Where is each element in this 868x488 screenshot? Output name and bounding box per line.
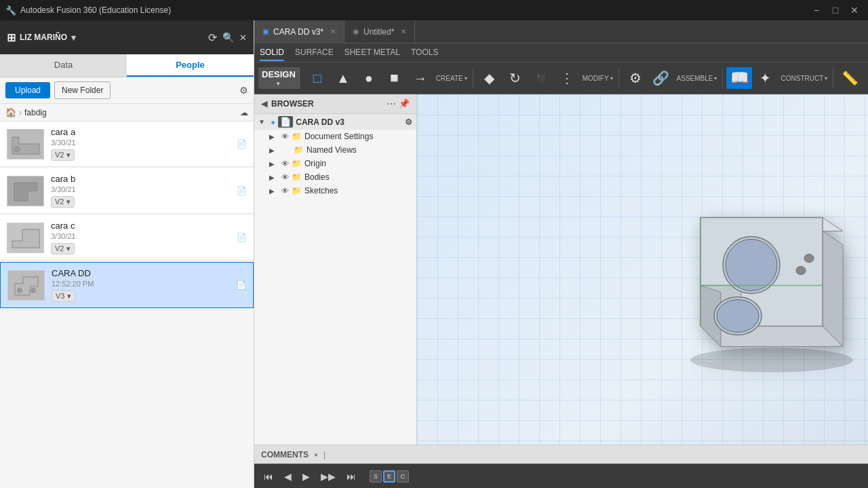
timeline-prev-button[interactable]: ◀ — [281, 470, 294, 483]
create-sketch-button[interactable]: □ — [304, 68, 330, 88]
browser-header: ◀ BROWSER ⋯ 📌 — [254, 94, 416, 114]
stb-tab-surface[interactable]: SURFACE — [295, 45, 334, 61]
minimize-button[interactable]: − — [808, 3, 825, 17]
construct-plane-button[interactable]: 📖 — [726, 67, 752, 89]
create-label[interactable]: CREATE ▾ — [436, 75, 467, 82]
create-solid-button[interactable]: ▲ — [330, 68, 356, 88]
browser-item-sketches[interactable]: ▶ 👁 📁 Sketches — [254, 184, 416, 198]
timeline-item-sketch[interactable]: S — [370, 470, 382, 483]
doc-tab-close[interactable]: ✕ — [330, 28, 336, 35]
create-revolve-button[interactable]: ● — [356, 68, 382, 88]
folder-icon: 📁 — [294, 145, 304, 155]
construct-label[interactable]: CONSTRUCT ▾ — [781, 75, 827, 82]
browser-item-named-views[interactable]: ▶ 📁 Named Views — [254, 143, 416, 157]
tab-data[interactable]: Data — [0, 54, 127, 77]
file-thumbnail — [7, 270, 45, 301]
file-version[interactable]: V3 ▾ — [52, 290, 75, 302]
stb-tab-solid[interactable]: SOLID — [260, 45, 284, 61]
file-thumbnail — [7, 129, 44, 159]
cloud-icon[interactable]: ☁ — [240, 108, 248, 117]
user-chevron[interactable]: ▾ — [71, 33, 76, 43]
doc-tabs-bar: ◉ CARA DD v3* ✕ ◉ Untitled* ✕ + ⟳ 🌐 🔔 ? … — [254, 20, 868, 43]
timeline-first-button[interactable]: ⏮ — [261, 470, 276, 483]
comments-separator: | — [323, 450, 326, 459]
file-date: 3/30/21 — [51, 185, 234, 193]
svg-point-6 — [31, 288, 36, 293]
settings-button[interactable]: ⚙ — [239, 85, 248, 96]
file-item-cara-c[interactable]: cara c 3/30/21 V2 ▾ 📄 — [0, 215, 254, 261]
tab-people[interactable]: People — [127, 54, 254, 77]
file-version[interactable]: V2 ▾ — [51, 196, 75, 208]
file-name: cara a — [51, 127, 234, 137]
svg-point-1 — [14, 146, 20, 153]
home-icon[interactable]: 🏠 — [5, 107, 16, 117]
construct-axis-button[interactable]: ✦ — [752, 68, 778, 88]
modify-combine-button[interactable]: ↻ — [502, 68, 528, 88]
inspect-section-button[interactable]: 🔍 — [863, 68, 868, 88]
assemble-label[interactable]: ASSEMBLE ▾ — [677, 75, 717, 82]
refresh-icon[interactable]: ⟳ — [208, 31, 217, 44]
file-item-cara-b[interactable]: cara b 3/30/21 V2 ▾ 📄 — [0, 168, 254, 214]
app-icon: 🔧 — [5, 5, 16, 16]
file-version[interactable]: V2 ▾ — [51, 243, 75, 255]
file-item-cara-dd[interactable]: CARA DD 12:52:20 PM V3 ▾ 📄 — [0, 262, 254, 308]
modify-fillet-button[interactable]: ◆ — [477, 68, 502, 88]
browser-item-label: Bodies — [304, 172, 412, 182]
breadcrumb-sep: › — [19, 108, 22, 117]
collapse-browser-button[interactable]: ◀ — [261, 99, 267, 109]
assemble-link-button[interactable]: 🔗 — [648, 68, 674, 88]
close-icon[interactable]: ✕ — [239, 33, 247, 43]
doc-tab-close[interactable]: ✕ — [401, 28, 406, 35]
assemble-joint-button[interactable]: ⚙ — [623, 68, 648, 88]
design-dropdown[interactable]: DESIGN ▾ — [258, 67, 300, 90]
browser-item-bodies[interactable]: ▶ 👁 📁 Bodies — [254, 170, 416, 184]
timeline-item-cut[interactable]: C — [397, 470, 409, 483]
new-folder-button[interactable]: New Folder — [54, 81, 111, 99]
eye-icon[interactable]: 👁 — [281, 132, 289, 140]
file-thumbnail — [7, 223, 44, 253]
eye-icon[interactable]: 👁 — [281, 187, 289, 195]
file-thumbnail — [7, 176, 44, 206]
root-settings-icon[interactable]: ⚙ — [405, 117, 412, 127]
create-loft-button[interactable]: → — [408, 68, 433, 88]
eye-icon[interactable]: 👁 — [281, 173, 289, 181]
modify-label[interactable]: MODIFY ▾ — [583, 75, 613, 82]
stb-tab-bar: SOLID SURFACE SHEET METAL TOOLS — [254, 43, 868, 62]
browser-pin-icon[interactable]: 📌 — [399, 98, 410, 109]
file-item-cara-a[interactable]: cara a 3/30/21 V2 ▾ 📄 — [0, 121, 254, 167]
file-version[interactable]: V2 ▾ — [51, 149, 75, 161]
browser-item-label: Origin — [304, 159, 412, 168]
timeline-next-button[interactable]: ▶▶ — [318, 470, 338, 483]
inspect-measure-button[interactable]: 📏 — [837, 68, 863, 88]
comments-label: COMMENTS — [261, 450, 309, 459]
construct-group: 📖 ✦ CONSTRUCT ▾ — [726, 67, 833, 89]
close-button[interactable]: ✕ — [846, 3, 863, 17]
svg-point-14 — [726, 240, 777, 291]
modify-shell-button[interactable]: ◾ — [528, 68, 554, 88]
viewport[interactable]: HOME LEFT FRONT Z — [417, 94, 868, 445]
assemble-group: ⚙ 🔗 ASSEMBLE ▾ — [623, 68, 724, 88]
doc-tab-icon: ◉ — [353, 27, 359, 36]
comments-dot-icon: ● — [314, 451, 318, 458]
doc-tab-cara-dd[interactable]: ◉ CARA DD v3* ✕ — [254, 20, 344, 43]
upload-button[interactable]: Upload — [5, 82, 50, 98]
browser-item-origin[interactable]: ▶ 👁 📁 Origin — [254, 157, 416, 170]
eye-icon[interactable]: 👁 — [281, 159, 289, 168]
browser-root-item[interactable]: ▼ ● 📄 CARA DD v3 ⚙ — [254, 114, 416, 130]
breadcrumb-path[interactable]: fabdig — [24, 108, 47, 117]
stb-tab-tools[interactable]: TOOLS — [411, 45, 438, 61]
file-date: 12:52:20 PM — [52, 280, 233, 288]
stb-tab-sheet-metal[interactable]: SHEET METAL — [344, 45, 400, 61]
browser-dots-icon[interactable]: ⋯ — [387, 98, 396, 109]
doc-tab-untitled[interactable]: ◉ Untitled* ✕ — [344, 20, 415, 43]
maximize-button[interactable]: □ — [827, 3, 844, 17]
browser-item-document-settings[interactable]: ▶ 👁 📁 Document Settings — [254, 130, 416, 143]
timeline-play-button[interactable]: ▶ — [300, 470, 313, 483]
timeline-last-button[interactable]: ⏭ — [344, 470, 359, 483]
search-icon[interactable]: 🔍 — [222, 32, 234, 43]
create-extrude-button[interactable]: ◽ — [382, 68, 408, 88]
modify-draft-button[interactable]: ⋮ — [554, 68, 580, 88]
browser-panel: ◀ BROWSER ⋯ 📌 ▼ ● 📄 CARA DD v3 — [254, 94, 417, 445]
timeline-item-extrude[interactable]: E — [383, 470, 395, 483]
browser-item-label: Document Settings — [304, 132, 412, 141]
